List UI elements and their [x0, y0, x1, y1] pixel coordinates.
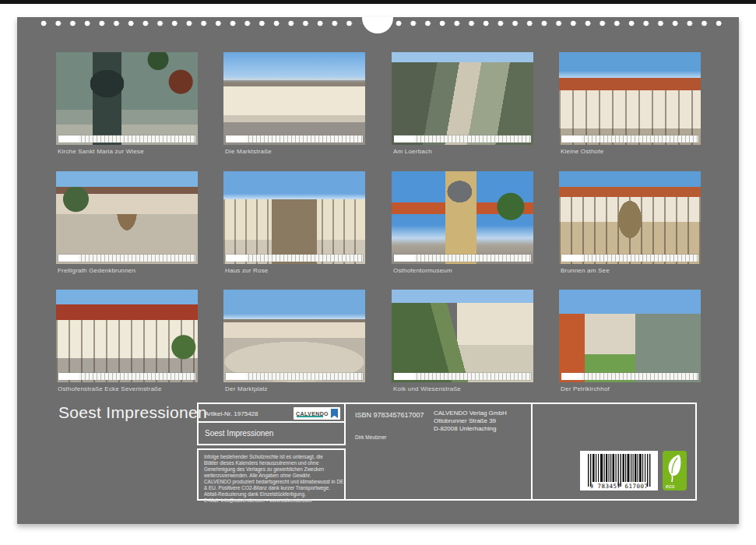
- calendar-title: Soest Impressionen: [58, 403, 207, 422]
- calendar-date-strip: [394, 255, 531, 262]
- photo-caption: Osthofenstraße Ecke Severinstraße: [58, 385, 162, 392]
- spiral-binding-holes-left: [40, 20, 361, 26]
- publisher-address: CALVENDO Verlag GmbH Ottobrunner Straße …: [434, 410, 507, 433]
- calvendo-logo: CALVENDO: [294, 407, 340, 420]
- month-photo: [223, 290, 365, 382]
- calvendo-flag-icon: [331, 409, 338, 418]
- photo-caption: Die Marktstraße: [225, 148, 272, 155]
- month-photo: [223, 52, 365, 145]
- photo-caption: Haus zur Rose: [225, 267, 269, 274]
- calendar-date-strip: [394, 135, 531, 142]
- photo-caption: Brunnen am See: [561, 267, 610, 274]
- calendar-back-cover: Kirche Sankt Maria zur Wiese Die Marktst…: [17, 17, 739, 524]
- month-thumbnail: Osthofenstraße Ecke Severinstraße: [56, 290, 198, 382]
- month-photo: [56, 171, 198, 264]
- series-title: Soest Impressionen: [205, 429, 273, 438]
- photo-caption: Kirche Sankt Maria zur Wiese: [58, 148, 144, 155]
- month-photo: [392, 171, 533, 264]
- publisher-info-box: Artikel-Nr. 1975428 CALVENDO Soest Impre…: [197, 403, 697, 501]
- article-number-cell: Artikel-Nr. 1975428 CALVENDO: [197, 403, 346, 423]
- month-photo: [56, 52, 198, 145]
- month-thumbnail: Der Petrikirchhof: [559, 290, 701, 382]
- month-photo: [223, 171, 365, 264]
- calendar-date-strip: [226, 135, 363, 142]
- month-thumbnail: Am Loerbach: [392, 52, 533, 145]
- hanger-notch: [362, 17, 393, 33]
- author-name: Dirk Meutzner: [355, 434, 386, 440]
- spiral-binding-holes-right: [396, 20, 723, 26]
- calendar-date-strip: [58, 135, 195, 142]
- cover-top-edge: [0, 0, 756, 4]
- legal-text: Infolge bestehender Schutzrechte ist es …: [204, 454, 343, 504]
- info-middle-column: ISBN 9783457617007 CALVENDO Verlag GmbH …: [346, 403, 531, 501]
- month-thumbnail: Kirche Sankt Maria zur Wiese: [56, 52, 198, 145]
- article-number: Artikel-Nr. 1975428: [205, 410, 258, 417]
- calvendo-tagline-bar: [297, 416, 323, 417]
- month-photo: [56, 290, 198, 382]
- calendar-date-strip: [58, 373, 195, 380]
- eco-leaf-icon: [665, 453, 684, 483]
- legal-text-cell: Infolge bestehender Schutzrechte ist es …: [197, 448, 346, 501]
- calendar-date-strip: [561, 135, 698, 142]
- photo-caption: Kolk und Wiesenstraße: [393, 385, 461, 392]
- month-photo: [559, 52, 701, 145]
- barcode-column: 9 783457 617007 eco: [531, 403, 697, 501]
- calendar-date-strip: [394, 373, 531, 380]
- series-title-cell: Soest Impressionen: [197, 423, 346, 445]
- calendar-date-strip: [561, 373, 698, 380]
- month-photo: [392, 52, 533, 145]
- month-thumbnail: Kleine Osthofe: [559, 52, 701, 145]
- month-thumbnail: Freiligrath Gedenkbrunnen: [56, 171, 198, 264]
- month-photo: [392, 290, 533, 382]
- month-thumbnail: Kolk und Wiesenstraße: [392, 290, 533, 382]
- info-left-column: Artikel-Nr. 1975428 CALVENDO Soest Impre…: [197, 403, 346, 501]
- ean-barcode: 9 783457 617007: [580, 451, 658, 490]
- eco-label: eco: [666, 483, 674, 489]
- photo-caption: Am Loerbach: [393, 148, 432, 155]
- month-thumbnail: Haus zur Rose: [223, 171, 365, 264]
- photo-caption: Osthofentormuseum: [393, 267, 452, 274]
- photo-caption: Kleine Osthofe: [561, 148, 603, 155]
- photo-caption: Der Petrikirchhof: [561, 385, 610, 392]
- month-thumbnail: Osthofentormuseum: [392, 171, 533, 264]
- photo-caption: Freiligrath Gedenkbrunnen: [58, 267, 135, 274]
- calendar-date-strip: [226, 255, 363, 262]
- calendar-date-strip: [561, 255, 698, 262]
- isbn-number: ISBN 9783457617007: [355, 411, 424, 419]
- photo-caption: Der Marktplatz: [225, 385, 268, 392]
- month-thumbnail: Die Marktstraße: [223, 52, 365, 145]
- month-thumbnail: Der Marktplatz: [223, 290, 365, 382]
- month-photo: [559, 171, 701, 264]
- eco-logo: eco: [663, 451, 687, 490]
- calendar-date-strip: [226, 373, 363, 380]
- month-thumbnail: Brunnen am See: [559, 171, 701, 264]
- calendar-date-strip: [58, 255, 195, 262]
- barcode-digits: 9 783457 617007: [580, 483, 658, 490]
- month-photo: [559, 290, 701, 382]
